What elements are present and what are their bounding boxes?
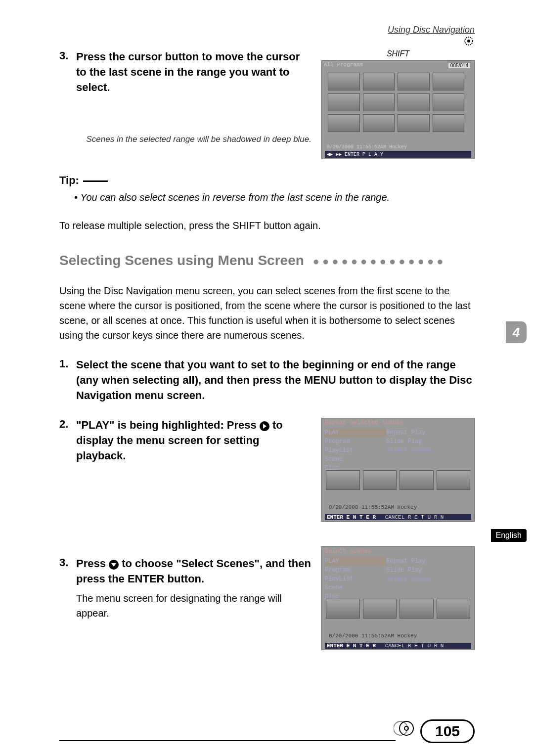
mini-counter: 005/014 xyxy=(448,63,470,68)
menu-left: PLAY Program PlayList Scene Disc xyxy=(325,428,386,473)
menu-status: 8/20/2000 11:55:52AM Hockey xyxy=(329,633,417,639)
figure-menu-play: Repeat selected scenes PLAY Program Play… xyxy=(321,418,475,522)
step-text: Select the scene that you want to set to… xyxy=(76,357,475,403)
menu-right: Repeat Play Slide Play Select Scenes xyxy=(386,557,471,601)
step-num: 2. xyxy=(59,418,76,463)
tip-block: Tip: • You can also select scenes in rev… xyxy=(59,174,475,203)
screenshot-all-programs: All Programs 005/014 8/20/2000 11:55:52A… xyxy=(321,60,475,159)
screenshot-menu-select: Select scenes PLAY Program PlayList Scen… xyxy=(321,546,475,650)
step-3-select: 3. Press to choose "Select Scenes", and … xyxy=(59,556,312,621)
disc-nav-icon xyxy=(463,35,475,49)
menu-footer: ENTER E N T E R CANCEL R E T U R N xyxy=(325,643,471,649)
right-arrow-icon xyxy=(260,421,269,431)
breadcrumb: Using Disc Navigation xyxy=(376,25,475,49)
figure-menu-select: Select scenes PLAY Program PlayList Scen… xyxy=(321,546,475,650)
svg-point-2 xyxy=(394,721,407,735)
screenshot-menu-play: Repeat selected scenes PLAY Program Play… xyxy=(321,418,475,522)
section-dots: ●●●●●●●●●●●●●● xyxy=(313,255,446,268)
menu-status: 8/20/2000 11:55:52AM Hockey xyxy=(329,504,417,510)
mini-footer: ◀▶ ▶▶ ENTER P L A Y xyxy=(325,151,471,158)
menu-right: Repeat Play Slide Play Select Scenes xyxy=(386,428,471,473)
step-text: Press the cursor button to move the curs… xyxy=(76,49,312,95)
step-2: 2. "PLAY" is being highlighted: Press to… xyxy=(59,418,312,463)
footer: 105 xyxy=(0,740,534,741)
mini-status: 8/20/2000 11:55:52AM Hockey xyxy=(327,144,407,150)
step-subtext: The menu screen for designating the rang… xyxy=(76,591,312,621)
mini-title: All Programs xyxy=(324,62,363,68)
menu-title: Repeat selected scenes xyxy=(325,419,403,426)
down-arrow-icon xyxy=(109,560,119,570)
step-text: Press to choose "Select Scenes", and the… xyxy=(76,556,312,621)
chapter-tab: 4 xyxy=(506,321,527,343)
shift-caption: SHIFT xyxy=(321,49,475,58)
figure-shift: SHIFT All Programs 005/014 8/20/2000 11:… xyxy=(321,49,475,159)
disc-icon xyxy=(394,720,415,739)
section-title: Selecting Scenes using Menu Screen ●●●●●… xyxy=(59,253,475,268)
breadcrumb-text: Using Disc Navigation xyxy=(388,25,475,35)
language-tab: English xyxy=(491,529,527,542)
page-number: 105 xyxy=(420,719,475,743)
step-text: "PLAY" is being highlighted: Press to di… xyxy=(76,418,312,463)
thumb-grid xyxy=(328,73,464,132)
step-3-cursor: 3. Press the cursor button to move the c… xyxy=(59,49,312,95)
svg-point-1 xyxy=(467,40,470,43)
tip-bullet: • You can also select scenes in reverse … xyxy=(74,192,475,203)
step-num: 3. xyxy=(59,49,76,95)
intro-para: Using the Disc Navigation menu screen, y… xyxy=(59,283,475,343)
step-num: 3. xyxy=(59,556,76,621)
menu-left: PLAY Program PlayList Scene Disc xyxy=(325,557,386,601)
menu-title: Select scenes xyxy=(325,548,371,555)
step-num: 1. xyxy=(59,357,76,403)
step-1: 1. Select the scene that you want to set… xyxy=(59,357,475,403)
tip-label: Tip: xyxy=(59,174,79,186)
release-para: To release multiple selection, press the… xyxy=(59,218,475,233)
svg-point-3 xyxy=(400,721,413,735)
menu-footer: ENTER E N T E R CANCEL R E T U R N xyxy=(325,514,471,520)
